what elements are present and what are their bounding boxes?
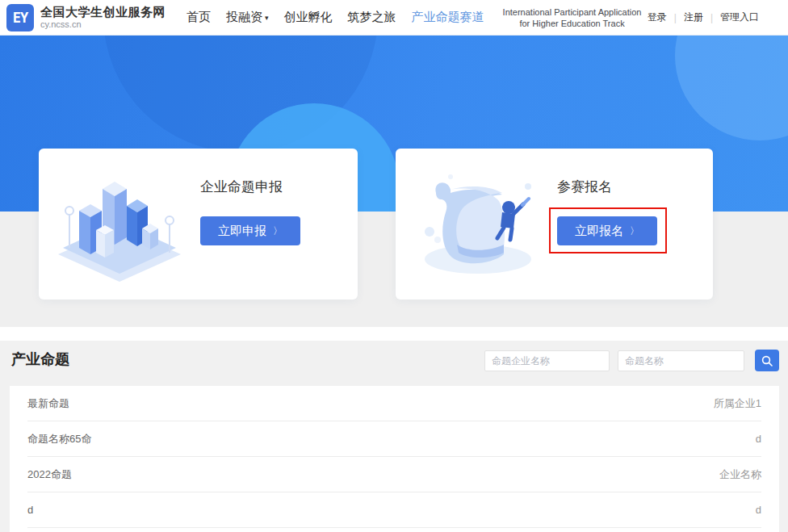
list-item[interactable]: 命题名称65命 d: [27, 421, 761, 457]
buildings-icon: [52, 164, 187, 285]
enterprise-proposition-card: 企业命题申报 立即申报 〉: [39, 149, 358, 300]
proposition-list-panel: 最新命题 所属企业1 命题名称65命 d 2022命题 企业名称 d d: [10, 386, 779, 532]
white-gap: [0, 327, 788, 341]
proposition-name: 2022命题: [27, 467, 72, 482]
auth-divider: |: [710, 12, 713, 23]
proposition-search-bar: [484, 350, 779, 371]
nav-item-incubation[interactable]: 创业孵化: [284, 10, 333, 25]
list-item[interactable]: 最新命题 所属企业1: [27, 386, 761, 421]
contest-card-title: 参赛报名: [557, 178, 657, 196]
register-link[interactable]: 注册: [684, 10, 703, 24]
search-icon: [761, 355, 773, 367]
company-name: d: [756, 504, 761, 516]
company-name: 企业名称: [719, 467, 761, 482]
scroll-figure-illustration: [396, 149, 557, 300]
enterprise-card-title: 企业命题申报: [200, 178, 300, 196]
proposition-name: 命题名称65命: [27, 432, 91, 446]
auth-divider: |: [674, 12, 677, 23]
topic-name-input[interactable]: [618, 350, 744, 371]
site-logo-icon[interactable]: EY: [6, 4, 34, 31]
intl-line1: International Participant Application: [501, 6, 644, 18]
caret-down-icon: ▾: [265, 14, 269, 22]
banner-decor-circle-topright: [675, 36, 788, 140]
list-item[interactable]: d d: [27, 492, 761, 528]
nav-item-industry-track-active[interactable]: 产业命题赛道: [412, 10, 484, 25]
company-name-input[interactable]: [484, 350, 610, 371]
company-name: d: [756, 433, 761, 445]
list-item[interactable]: 2022命题 企业名称: [27, 457, 761, 492]
site-identity: 全国大学生创业服务网 cy.ncss.cn: [40, 6, 166, 30]
proposition-name: 最新命题: [27, 396, 69, 411]
chevron-right-icon: 〉: [630, 224, 639, 238]
admin-entry-link[interactable]: 管理入口: [720, 10, 759, 24]
login-link[interactable]: 登录: [648, 10, 667, 24]
intl-line2: for Higher Education Track: [501, 18, 644, 29]
scroll-icon: [409, 164, 544, 285]
top-header: EY 全国大学生创业服务网 cy.ncss.cn 首页 投融资▾ 创业孵化 筑梦…: [0, 0, 788, 36]
card-body: 企业命题申报 立即申报 〉: [200, 149, 300, 300]
register-now-button[interactable]: 立即报名 〉: [557, 216, 657, 245]
section-title: 产业命题: [11, 350, 69, 369]
nav-item-home[interactable]: 首页: [187, 10, 211, 25]
nav-item-dream-journey[interactable]: 筑梦之旅: [348, 10, 396, 25]
card-body: 参赛报名 立即报名 〉: [557, 149, 657, 300]
main-nav: 首页 投融资▾ 创业孵化 筑梦之旅 产业命题赛道: [187, 10, 484, 25]
international-track-note[interactable]: International Participant Application fo…: [501, 6, 644, 29]
company-name: 所属企业1: [714, 396, 761, 411]
proposition-name: d: [27, 504, 33, 516]
logo-glyph: EY: [13, 10, 27, 26]
isometric-buildings-illustration: [39, 149, 200, 300]
site-name: 全国大学生创业服务网: [40, 6, 166, 19]
chevron-right-icon: 〉: [273, 224, 283, 238]
search-button[interactable]: [755, 350, 779, 371]
page: EY 全国大学生创业服务网 cy.ncss.cn 首页 投融资▾ 创业孵化 筑梦…: [0, 0, 788, 532]
apply-now-button[interactable]: 立即申报 〉: [200, 216, 300, 245]
site-url: cy.ncss.cn: [40, 19, 166, 29]
contest-registration-card: 参赛报名 立即报名 〉: [396, 149, 713, 300]
nav-item-investment[interactable]: 投融资▾: [226, 10, 269, 25]
auth-links: 登录 | 注册 | 管理入口: [648, 10, 759, 24]
